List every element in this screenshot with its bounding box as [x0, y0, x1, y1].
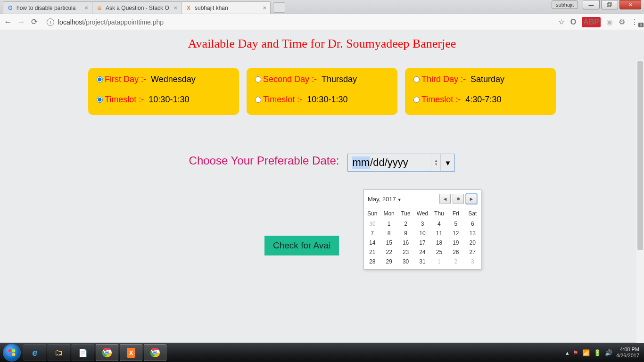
day-value: Thursday: [322, 74, 357, 84]
calendar-day[interactable]: 9: [397, 229, 414, 238]
timeslot-radio[interactable]: [413, 97, 420, 103]
bookmark-star-icon[interactable]: ☆: [558, 17, 565, 26]
page-viewport: Available Day and Time for Dr. Soumyadee…: [0, 30, 644, 343]
xampp-favicon: X: [185, 5, 192, 11]
calendar-day[interactable]: 15: [380, 238, 397, 247]
site-info-icon[interactable]: i: [47, 18, 54, 26]
taskbar-chrome-icon[interactable]: [96, 344, 118, 361]
tray-time: 4:08 PM: [616, 346, 639, 353]
calendar-day[interactable]: 4: [431, 219, 447, 229]
date-input-text[interactable]: mm/dd/yyyy: [348, 156, 431, 169]
day-radio[interactable]: [413, 76, 420, 82]
window-close-button[interactable]: ✕: [619, 0, 641, 9]
calendar-day[interactable]: 21: [364, 247, 380, 257]
date-dd[interactable]: dd: [373, 156, 384, 169]
tab-close-icon[interactable]: ×: [173, 4, 177, 11]
start-button[interactable]: [3, 344, 21, 362]
date-picker-toggle[interactable]: ▼: [440, 154, 454, 171]
page-title: Available Day and Time for Dr. Soumyadee…: [39, 30, 605, 51]
calendar-day[interactable]: 16: [397, 238, 414, 247]
extension-icon[interactable]: ◉: [606, 17, 613, 26]
calendar-day[interactable]: 26: [447, 247, 464, 257]
windows-taskbar: e 🗂 📄 X ▴ ⚑ 📶 🔋 🔊 4:08 PM 4/26/2017: [0, 343, 644, 362]
calendar-day[interactable]: 2: [447, 257, 464, 266]
taskbar-chrome-window-icon[interactable]: [144, 344, 166, 361]
calendar-day[interactable]: 1: [431, 257, 447, 266]
day-radio[interactable]: [255, 76, 261, 82]
calendar-day[interactable]: 18: [431, 238, 447, 247]
tray-network-icon[interactable]: 📶: [582, 349, 590, 356]
tray-battery-icon[interactable]: 🔋: [594, 349, 601, 356]
new-tab-button[interactable]: [273, 2, 285, 13]
opera-extension-icon[interactable]: O: [570, 18, 576, 26]
calendar-day[interactable]: 30: [397, 257, 414, 266]
calendar-day[interactable]: 17: [414, 238, 430, 247]
tab-label: how to disable particula: [17, 5, 82, 11]
calendar-week: 78910111213: [364, 229, 481, 238]
date-mm[interactable]: mm: [352, 156, 370, 169]
date-input[interactable]: mm/dd/yyyy ▲▼ ▼: [347, 154, 455, 172]
adblock-extension-icon[interactable]: ABP: [582, 17, 601, 27]
calendar-day[interactable]: 3: [414, 219, 430, 229]
calendar-day[interactable]: 22: [380, 247, 397, 257]
calendar-day[interactable]: 31: [414, 257, 430, 266]
tray-flag-icon[interactable]: ⚑: [573, 349, 578, 356]
calendar-day[interactable]: 28: [364, 257, 380, 266]
calendar-day[interactable]: 24: [414, 247, 430, 257]
calendar-day[interactable]: 29: [380, 257, 397, 266]
vertical-scrollbar[interactable]: [636, 60, 644, 343]
calendar-day[interactable]: 30: [364, 219, 380, 229]
calendar-next-button[interactable]: ►: [466, 194, 477, 204]
calendar-day[interactable]: 12: [447, 229, 464, 238]
calendar-day[interactable]: 20: [464, 238, 481, 247]
timeslot-radio[interactable]: [255, 97, 261, 103]
taskbar-ie-icon[interactable]: e: [24, 344, 46, 361]
browser-tab-active[interactable]: X subhajit khan ×: [181, 1, 271, 14]
check-availability-button[interactable]: Check for Avai: [264, 236, 339, 255]
calendar-day[interactable]: 14: [364, 238, 380, 247]
back-button[interactable]: ←: [4, 17, 12, 27]
timeslot-label: Timeslot :-: [421, 95, 461, 105]
timeslot-radio[interactable]: [97, 97, 103, 103]
taskbar-explorer-icon[interactable]: 🗂: [48, 344, 70, 361]
tray-chevron-icon[interactable]: ▴: [566, 349, 569, 356]
day-radio[interactable]: [97, 76, 103, 82]
calendar-day[interactable]: 2: [397, 219, 414, 229]
tab-close-icon[interactable]: ×: [84, 4, 88, 11]
calendar-day[interactable]: 13: [464, 229, 481, 238]
date-yyyy[interactable]: yyyy: [388, 156, 408, 169]
browser-tab[interactable]: ≣ Ask a Question - Stack O ×: [92, 1, 182, 14]
calendar-day[interactable]: 10: [414, 229, 430, 238]
scrollbar-thumb[interactable]: [637, 61, 643, 250]
chrome-menu-icon[interactable]: ⋮: [631, 17, 638, 26]
browser-tab[interactable]: G how to disable particula ×: [3, 1, 92, 14]
tab-close-icon[interactable]: ×: [263, 4, 266, 11]
reload-button[interactable]: ⟳: [30, 17, 39, 27]
window-controls: — ✕: [583, 0, 641, 9]
calendar-today-button[interactable]: [453, 194, 464, 204]
calendar-month-selector[interactable]: May, 2017▼: [368, 196, 402, 203]
calendar-day[interactable]: 5: [447, 219, 464, 229]
calendar-day[interactable]: 27: [464, 247, 481, 257]
calendar-day[interactable]: 6: [464, 219, 481, 229]
address-bar[interactable]: i localhost/project/patappointtime.php: [43, 17, 553, 27]
tray-date: 4/26/2017: [616, 353, 639, 359]
tray-clock[interactable]: 4:08 PM 4/26/2017: [616, 346, 641, 359]
calendar-day[interactable]: 8: [380, 229, 397, 238]
settings-gear-icon[interactable]: ⚙: [619, 17, 625, 26]
calendar-day[interactable]: 1: [380, 219, 397, 229]
taskbar-notepad-icon[interactable]: 📄: [72, 344, 94, 361]
tray-volume-icon[interactable]: 🔊: [605, 349, 612, 356]
taskbar-xampp-icon[interactable]: X: [120, 344, 142, 361]
calendar-day[interactable]: 19: [447, 238, 464, 247]
forward-button[interactable]: →: [17, 17, 25, 27]
calendar-day[interactable]: 7: [364, 229, 380, 238]
calendar-prev-button[interactable]: ◄: [439, 194, 451, 204]
date-spinner[interactable]: ▲▼: [431, 154, 440, 171]
window-minimize-button[interactable]: —: [583, 0, 600, 9]
window-maximize-button[interactable]: [601, 0, 618, 9]
calendar-day[interactable]: 11: [431, 229, 447, 238]
calendar-day[interactable]: 23: [397, 247, 414, 257]
calendar-day[interactable]: 3: [464, 257, 481, 266]
calendar-day[interactable]: 25: [431, 247, 447, 257]
